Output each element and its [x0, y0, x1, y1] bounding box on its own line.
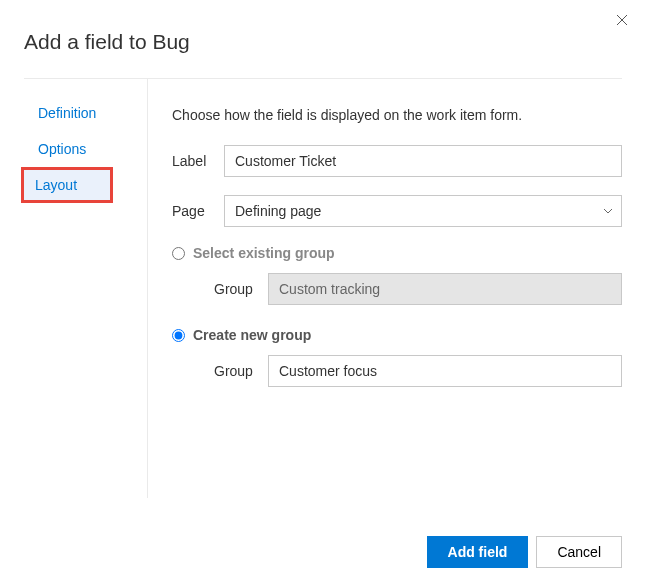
sidebar-item-layout[interactable]: Layout: [21, 167, 113, 203]
existing-group-input: [268, 273, 622, 305]
dialog-title: Add a field to Bug: [0, 0, 646, 78]
label-row: Label: [172, 145, 622, 177]
new-group-radio-label: Create new group: [193, 327, 311, 343]
existing-group-radio-row: Select existing group: [172, 245, 622, 261]
add-field-button[interactable]: Add field: [427, 536, 529, 568]
add-field-dialog: Add a field to Bug Definition Options La…: [0, 0, 646, 584]
new-group-radio[interactable]: [172, 329, 185, 342]
sidebar: Definition Options Layout: [24, 79, 148, 498]
layout-panel: Choose how the field is displayed on the…: [148, 79, 622, 498]
close-button[interactable]: [610, 8, 634, 32]
dialog-body: Definition Options Layout Choose how the…: [24, 78, 622, 498]
page-select-value: Defining page: [224, 195, 622, 227]
new-group-row: Group: [214, 355, 622, 387]
page-select[interactable]: Defining page: [224, 195, 622, 227]
sidebar-item-definition[interactable]: Definition: [24, 95, 147, 131]
cancel-button[interactable]: Cancel: [536, 536, 622, 568]
sidebar-item-options[interactable]: Options: [24, 131, 147, 167]
existing-group-radio-label: Select existing group: [193, 245, 335, 261]
existing-group-label: Group: [214, 281, 268, 297]
page-row: Page Defining page: [172, 195, 622, 227]
label-input[interactable]: [224, 145, 622, 177]
existing-group-row: Group: [214, 273, 622, 305]
existing-group-radio[interactable]: [172, 247, 185, 260]
instruction-text: Choose how the field is displayed on the…: [172, 107, 622, 123]
label-field-label: Label: [172, 153, 224, 169]
close-icon: [616, 14, 628, 26]
dialog-footer: Add field Cancel: [427, 536, 622, 568]
new-group-radio-row: Create new group: [172, 327, 622, 343]
page-field-label: Page: [172, 203, 224, 219]
new-group-input[interactable]: [268, 355, 622, 387]
new-group-label: Group: [214, 363, 268, 379]
